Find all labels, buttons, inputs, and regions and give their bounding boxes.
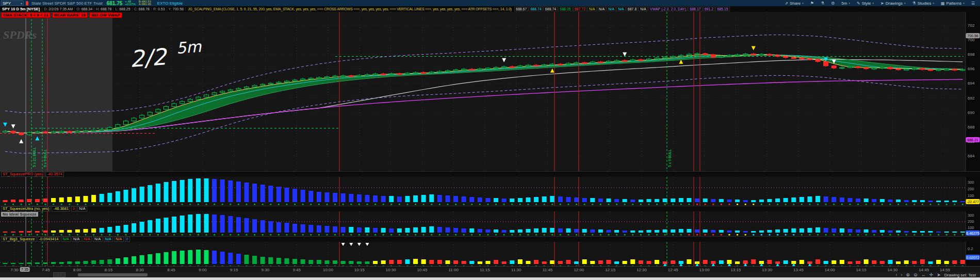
timeframe-button[interactable]: 5m▾	[841, 1, 850, 6]
svg-text:200: 200	[968, 219, 974, 224]
chart-nav-icon[interactable]: ⊖	[913, 272, 918, 277]
study-value: 688.17	[688, 7, 702, 11]
svg-text:5m: 5m	[176, 38, 202, 57]
time-tick-label: 10:45	[417, 268, 427, 272]
scrollbar-thumb[interactable]	[78, 273, 148, 276]
panel-label-item: -46.3681	[52, 206, 70, 211]
svg-text:690: 690	[968, 110, 975, 115]
time-tick-label: 8:00	[73, 268, 81, 272]
time-tick-label: 11:00	[448, 268, 458, 272]
ohlc-field: L: 688.25	[113, 7, 132, 11]
time-tick-label: 7:30	[10, 268, 19, 272]
time-tick-label: 13:15	[730, 268, 741, 272]
patterns-button-label: Patterns	[946, 1, 962, 6]
settings-button[interactable]: ⚙	[831, 1, 835, 6]
time-tick-label: 11:45	[543, 268, 552, 272]
chart-nav-controls: ‹›⊕⊖↔✛➤Drawing set: Test	[896, 272, 980, 277]
panel-label-item: N/A	[104, 237, 113, 242]
svg-text:694: 694	[968, 81, 975, 86]
chevron-down-icon: ▾	[21, 2, 22, 5]
chart-title: SPY 10 D 5m [NYSE]	[2, 7, 40, 11]
time-tick-label: 12:15	[605, 268, 615, 272]
ohlc-data-row: SPY 10 D 5m [NYSE] D: 2/2/26 7:35 AMO: 6…	[0, 6, 980, 12]
chart-nav-icon[interactable]: ›	[901, 272, 903, 277]
svg-text:0.02072: 0.02072	[966, 256, 979, 259]
time-tick-label: 14:15	[856, 268, 867, 272]
flag-button[interactable]: ⚑	[810, 1, 814, 6]
svg-text:100: 100	[968, 225, 974, 230]
chart-nav-icon[interactable]: ‹	[896, 272, 897, 277]
chart-nav-icon[interactable]: ✛	[929, 272, 934, 277]
drawing-set-label[interactable]: Drawing set: Test	[944, 273, 976, 277]
study-value: 688.74	[544, 7, 558, 11]
flask-icon: ⚗	[821, 1, 824, 6]
panel-label-big3-squeeze[interactable]: ST_Big3_Squeeze-0.0943414N/AN/AN/AN/AN/A…	[0, 236, 980, 242]
time-tick-label: 14:45	[919, 268, 929, 272]
timeframe-button-label: 5m	[841, 1, 847, 6]
drawings-button-label: Drawings	[886, 1, 903, 6]
company-name: State Street SPDR S&P 500 ETF Trust	[31, 1, 103, 6]
bottom-toolbar: ⋮⋮ ‹›⊕⊖↔✛➤Drawing set: Test	[0, 272, 980, 277]
style-button[interactable]: ✎Style▾	[857, 1, 874, 6]
chart-nav-icon[interactable]: ⊕	[906, 272, 910, 277]
chart-zone: EMA STACK: 5 < 9 < 21BEAR BARS: 19BELOW …	[0, 12, 980, 268]
panel-label-squeeze-ultra[interactable]: ST_SqueezeUltra (no, yes)-46.36810N/A	[0, 206, 980, 211]
study-parameters[interactable]: JG_SCALPING_EMA (CLOSE, 1, 5, 9, 21, 55,…	[185, 7, 514, 11]
svg-text:5 x 9 BULL: 5 x 9 BULL	[668, 149, 672, 167]
panel-label-item: -40.3574	[45, 172, 64, 177]
time-tick-label: 10:15	[354, 268, 365, 272]
flask-button[interactable]: ⚗	[821, 1, 824, 6]
chevron-down-icon: ▾	[904, 2, 906, 5]
panel-label-item: N/A	[72, 237, 81, 242]
svg-text:696: 696	[968, 67, 975, 71]
menu-button[interactable]: ☰	[971, 1, 975, 6]
ohlc-field: H: 688.78	[94, 7, 113, 11]
style-icon: ✎	[857, 1, 860, 6]
study-value: 685.15	[715, 7, 729, 11]
style-button-label: Style	[862, 1, 871, 6]
time-tick-label: 7:45	[42, 268, 50, 272]
scrollbar-grip-button[interactable]: ⋮⋮	[53, 272, 66, 277]
svg-text:2/2: 2/2	[129, 43, 169, 72]
session-start-bubble: 7:35	[20, 267, 30, 272]
chart-nav-icon[interactable]: ➤	[937, 272, 941, 277]
panel-label-item: 0	[125, 237, 130, 242]
time-tick-label: 10:00	[323, 268, 333, 272]
squeeze-pro-panel[interactable]: 300200100-22.477	[0, 177, 980, 206]
share-button[interactable]: ⇗Share▾	[785, 1, 804, 6]
bid-ask-block: B:680.53 A:680.95	[139, 1, 151, 6]
ohlc-field: R: 0.53	[151, 7, 167, 11]
change-percent: +0.07%	[125, 3, 136, 6]
svg-text:5 x 9 BULL: 5 x 9 BULL	[43, 149, 47, 167]
time-tick-label: 9:45	[292, 268, 301, 272]
chart-toolbar: ⇗Share▾⚑⚗⚙5m▾✎Style▾➤Drawings▾⚗Studies▾▦…	[785, 1, 980, 6]
time-tick-label: 8:45	[167, 268, 175, 272]
chart-nav-icon[interactable]: ↔	[921, 272, 926, 277]
study-values: 688.67688.74688.74688.05687.72N/AN/AN/AN…	[514, 7, 730, 11]
panel-label-squeeze-pro[interactable]: ST_SqueezePRO (yes)-40.3574	[0, 171, 980, 177]
time-tick-label: 13:00	[699, 268, 710, 272]
drawings-button[interactable]: ➤Drawings▾	[880, 1, 906, 6]
panel-label-item: ST_SqueezePRO (yes)	[1, 172, 44, 177]
study-value: 687.72	[573, 7, 587, 11]
main-chart-canvas[interactable]: SPDRs5 x 21 BULL5 x 9 BULL5 x 9 BULL2/25…	[0, 12, 980, 171]
svg-text:702: 702	[968, 23, 975, 28]
studies-button[interactable]: ⚗Studies▾	[912, 1, 934, 6]
big3-squeeze-panel[interactable]: 0.20.02072	[0, 242, 980, 268]
time-tick-label: 8:30	[136, 268, 144, 272]
time-tick-label: 9:00	[199, 268, 207, 272]
share-icon: ⇗	[785, 1, 788, 6]
panel-label-item: N/A	[77, 206, 87, 211]
symbol-input[interactable]: SPY ▾	[1, 1, 24, 6]
svg-text:684: 684	[968, 154, 975, 158]
svg-text:300: 300	[968, 213, 974, 218]
svg-text:700: 700	[968, 38, 975, 42]
exto-badge: EXTO Eligible	[157, 1, 183, 6]
study-value: N/A	[616, 7, 626, 11]
time-tick-label: 10:30	[386, 268, 396, 272]
patterns-button[interactable]: ▦Patterns▾	[941, 1, 965, 6]
study-value: N/A	[607, 7, 616, 11]
studies-icon: ⚗	[912, 1, 916, 6]
squeeze-ultra-panel[interactable]: 3002001006.46275	[0, 211, 980, 236]
price-alert-icon[interactable]	[26, 1, 28, 6]
